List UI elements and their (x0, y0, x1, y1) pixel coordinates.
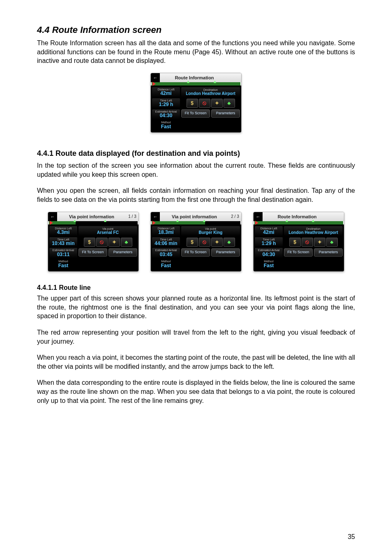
value: 03:11 (51, 252, 76, 257)
icon-row: $ ⦸ ✦ ♣ (284, 238, 343, 247)
distance-left-tile[interactable]: Distance Left 4.3mi (49, 226, 77, 236)
time-left-tile[interactable]: Time Left 44:06 min (152, 237, 180, 247)
tree-icon[interactable]: ♣ (326, 238, 338, 247)
distance-left-tile[interactable]: Distance Left 42mi (255, 226, 283, 236)
value: 18.3mi (153, 230, 179, 235)
titlebar: ← Via point information 1 / 3 (48, 212, 138, 221)
titlebar: ← Route Information (151, 73, 241, 82)
via-flag-icon (312, 220, 314, 222)
back-button[interactable]: ← (254, 212, 263, 221)
titlebar: ← Via point information 2 / 3 (151, 212, 241, 221)
time-left-tile[interactable]: Time Left 1:29 h (152, 98, 180, 109)
person-icon[interactable]: ✦ (211, 99, 223, 108)
para-441b: When you open the screen, all fields con… (37, 186, 355, 204)
value: 04:30 (256, 252, 281, 257)
via-flag-icon (187, 81, 189, 83)
figure-row-3: ← Via point information 1 / 3 Distance L… (37, 212, 355, 272)
heading-4-4-1-1: 4.4.1.1 Route line (37, 284, 355, 291)
heading-4-4-1: 4.4.1 Route data displayed (for destinat… (37, 149, 355, 158)
method-tile[interactable]: Method Fast (152, 259, 180, 269)
back-button[interactable]: ← (151, 73, 160, 82)
value: Burger King (182, 230, 239, 235)
distance-left-tile[interactable]: Distance Left 18.3mi (152, 226, 180, 236)
position-arrow-icon (255, 221, 258, 225)
value: 04:30 (153, 113, 179, 118)
value: 42mi (153, 91, 179, 96)
label: Via point (80, 227, 136, 230)
value: Arsenal FC (80, 230, 136, 235)
fit-to-screen-button[interactable]: Fit To Screen (284, 248, 313, 257)
route-line (49, 221, 138, 224)
fit-to-screen-button[interactable]: Fit To Screen (78, 248, 107, 257)
stop-icon[interactable]: ⦸ (96, 238, 108, 247)
route-line (254, 221, 343, 224)
back-button[interactable]: ← (48, 212, 57, 221)
eta-tile[interactable]: Estimated Arrival 04:30 (255, 248, 283, 258)
method-tile[interactable]: Method Fast (49, 259, 77, 269)
via-flag-icon (286, 220, 288, 222)
method-tile[interactable]: Method Fast (255, 259, 283, 269)
dollar-icon[interactable]: $ (187, 99, 198, 108)
parameters-button[interactable]: Parameters (108, 248, 137, 257)
parameters-button[interactable]: Parameters (211, 248, 240, 257)
value: 1:29 h (153, 102, 179, 107)
time-left-tile[interactable]: Time Left 10:43 min (49, 237, 77, 247)
fit-to-screen-button[interactable]: Fit To Screen (181, 109, 210, 118)
dollar-icon[interactable]: $ (84, 238, 95, 247)
person-icon[interactable]: ✦ (314, 238, 325, 247)
parameters-button[interactable]: Parameters (314, 248, 343, 257)
eta-tile[interactable]: Estimated Arrival 03:11 (49, 248, 77, 258)
tree-icon[interactable]: ♣ (224, 238, 235, 247)
destination-tile[interactable]: Destination London Heathrow Airport (284, 226, 343, 236)
route-line (152, 221, 240, 224)
distance-left-tile[interactable]: Distance Left 42mi (152, 87, 180, 97)
value: Fast (153, 263, 179, 268)
eta-tile[interactable]: Estimated Arrival 04:30 (152, 109, 180, 120)
person-icon[interactable]: ✦ (211, 238, 223, 247)
value: 1:29 h (256, 241, 281, 246)
stop-icon[interactable]: ⦸ (302, 238, 313, 247)
fit-to-screen-button[interactable]: Fit To Screen (181, 248, 210, 257)
page-number: 35 (348, 533, 355, 541)
value: 10:43 min (51, 241, 76, 246)
value: London Heathrow Airport (285, 230, 341, 235)
via-point-tile[interactable]: Via point Arsenal FC (78, 226, 137, 236)
stop-icon[interactable]: ⦸ (199, 99, 210, 108)
dollar-icon[interactable]: $ (187, 238, 198, 247)
value: London Heathrow Airport (182, 91, 239, 96)
person-icon[interactable]: ✦ (108, 238, 120, 247)
method-tile[interactable]: Method Fast (152, 120, 180, 130)
tree-icon[interactable]: ♣ (224, 99, 235, 108)
screen-title: Via point information (57, 214, 126, 219)
via-flag-icon (203, 220, 205, 222)
screenshot-via-2: ← Via point information 2 / 3 Distance L… (150, 212, 242, 272)
stop-icon[interactable]: ⦸ (199, 238, 210, 247)
label: Via point (182, 227, 239, 230)
back-button[interactable]: ← (151, 212, 160, 221)
heading-4-4: 4.4 Route Information screen (37, 25, 355, 35)
screenshot-route-info: ← Route Information Distance Left 42mi T… (150, 73, 242, 133)
label: Destination (285, 227, 341, 230)
para-4411c: When you reach a via point, it becomes t… (37, 353, 355, 371)
value: 42mi (256, 230, 281, 235)
position-arrow-icon (50, 221, 53, 225)
tree-icon[interactable]: ♣ (121, 238, 132, 247)
via-flag-icon (74, 220, 76, 222)
destination-tile[interactable]: Destination London Heathrow Airport (181, 87, 240, 97)
pager: 2 / 3 (229, 214, 241, 219)
icon-row: $ ⦸ ✦ ♣ (78, 238, 137, 247)
parameters-button[interactable]: Parameters (211, 109, 240, 118)
eta-tile[interactable]: Estimated Arrival 03:45 (152, 248, 180, 258)
titlebar: ← Route Information (254, 212, 344, 221)
via-flag-icon (214, 81, 216, 83)
para-441a: In the top section of the screen you see… (37, 161, 355, 179)
screen-title: Via point information (160, 214, 229, 219)
route-line (152, 82, 240, 86)
position-arrow-icon (152, 221, 156, 225)
para-4411d: When the data corresponding to the entir… (37, 378, 355, 405)
time-left-tile[interactable]: Time Left 1:29 h (255, 237, 283, 247)
dollar-icon[interactable]: $ (289, 238, 301, 247)
via-point-tile[interactable]: Via point Burger King (181, 226, 240, 236)
icon-row: $ ⦸ ✦ ♣ (181, 238, 240, 247)
value: Fast (153, 124, 179, 130)
